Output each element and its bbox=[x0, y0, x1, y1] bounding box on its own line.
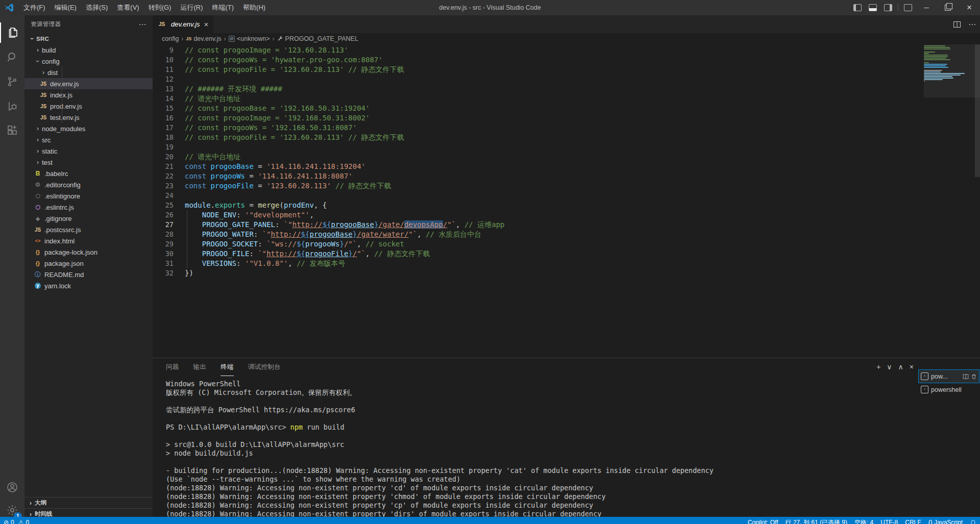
file-readme-md[interactable]: ⓘREADME.md bbox=[24, 269, 153, 280]
new-terminal-icon[interactable]: + bbox=[876, 363, 880, 371]
source-control-icon[interactable] bbox=[0, 71, 24, 92]
menu-文件F[interactable]: 文件(F) bbox=[19, 0, 50, 15]
tree-item-label: config bbox=[42, 58, 60, 65]
file-index-js[interactable]: JSindex.js bbox=[24, 89, 153, 101]
terminal-line: > src@1.0.0 build D:\LI\allAPP\alarmApp\… bbox=[166, 440, 909, 449]
status-copilot[interactable]: Copilot: Off bbox=[744, 519, 782, 524]
folder-src[interactable]: ›src bbox=[24, 134, 153, 145]
powershell-icon: › bbox=[921, 386, 928, 393]
problems-status[interactable]: ⊘0 ⚠0 bbox=[0, 519, 33, 524]
toggle-secondary-sidebar-icon[interactable] bbox=[880, 0, 896, 15]
terminal-output[interactable]: Windows PowerShell版权所有 (C) Microsoft Cor… bbox=[166, 380, 909, 517]
chevron-icon: › bbox=[34, 159, 42, 166]
customize-layout-icon[interactable] bbox=[900, 0, 916, 15]
terminal-instance-powershell[interactable]: ›powershell bbox=[919, 383, 979, 396]
code-line-30: 30 PROGOO_FILE: `"http://${progooFile}/"… bbox=[153, 249, 980, 259]
notifications-bell-icon[interactable] bbox=[970, 519, 976, 524]
status-utf-8[interactable]: UTF-8 bbox=[877, 519, 901, 524]
status-bar: ⊘0 ⚠0 Copilot: Off行 27, 列 61 (已选择 9)空格: … bbox=[0, 517, 980, 524]
status-{}[interactable]: {} JavaScript bbox=[925, 519, 966, 524]
menu-运行R[interactable]: 运行(R) bbox=[176, 0, 207, 15]
line-number: 19 bbox=[153, 142, 174, 152]
breadcrumb-progoo_gate_panel[interactable]: PROGOO_GATE_PANEL bbox=[277, 35, 358, 42]
folder-test[interactable]: ›test bbox=[24, 157, 153, 168]
terminal-line bbox=[166, 432, 909, 440]
editor-tab-bar: JS dev.env.js × ⋯ bbox=[153, 15, 980, 33]
tab-close-icon[interactable]: × bbox=[204, 20, 209, 29]
close-panel-icon[interactable]: × bbox=[910, 363, 914, 371]
eslint-gray-file-icon: ⬡ bbox=[34, 192, 42, 200]
restore-button[interactable] bbox=[937, 0, 959, 15]
status-crlf[interactable]: CRLF bbox=[901, 519, 924, 524]
explorer-icon[interactable] bbox=[0, 22, 26, 43]
tree-item-label: node_modules bbox=[42, 125, 85, 133]
close-button[interactable]: × bbox=[959, 0, 980, 15]
menu-帮助H[interactable]: 帮助(H) bbox=[238, 0, 270, 15]
split-terminal-icon[interactable] bbox=[963, 373, 969, 380]
toggle-sidebar-icon[interactable] bbox=[850, 0, 865, 15]
panel-actions: +∨∧× bbox=[876, 358, 914, 376]
terminal-line bbox=[166, 414, 909, 423]
tree-item-label: README.md bbox=[44, 271, 84, 279]
folder-src[interactable]: ›SRC bbox=[24, 33, 153, 44]
file--eslintrc-js[interactable]: ⬡.eslintrc.js bbox=[24, 202, 153, 213]
file-yarn-lock[interactable]: yyarn.lock bbox=[24, 280, 153, 291]
tree-item-label: .eslintrc.js bbox=[44, 204, 74, 211]
menu-查看V[interactable]: 查看(V) bbox=[112, 0, 143, 15]
status-空格[interactable]: 空格: 4 bbox=[851, 518, 877, 524]
breadcrumb-config[interactable]: config bbox=[162, 35, 179, 42]
file-package-lock-json[interactable]: {}package-lock.json bbox=[24, 246, 153, 258]
terminal-dropdown-icon[interactable]: ∨ bbox=[887, 363, 892, 371]
terminal-instance-pow[interactable]: ›pow... bbox=[919, 370, 979, 383]
menu-编辑E[interactable]: 编辑(E) bbox=[50, 0, 81, 15]
maximize-panel-icon[interactable]: ∧ bbox=[898, 363, 903, 371]
chevron-icon: › bbox=[39, 69, 47, 76]
editor-scrollbar[interactable] bbox=[975, 44, 980, 177]
split-editor-icon[interactable] bbox=[953, 20, 961, 29]
panel-tab-输出[interactable]: 输出 bbox=[193, 358, 207, 376]
file--editorconfig[interactable]: ⚙.editorconfig bbox=[24, 179, 153, 190]
breadcrumb-unknown[interactable]: @<unknown> bbox=[229, 35, 270, 42]
js-file-icon: JS bbox=[39, 102, 47, 110]
panel-tab-问题[interactable]: 问题 bbox=[166, 358, 179, 376]
search-icon[interactable] bbox=[0, 47, 24, 67]
status-行[interactable]: 行 27, 列 61 (已选择 9) bbox=[782, 518, 851, 524]
minimize-button[interactable]: ─ bbox=[916, 0, 937, 15]
toggle-panel-icon[interactable] bbox=[865, 0, 880, 15]
file--postcssrc-js[interactable]: JS.postcssrc.js bbox=[24, 224, 153, 235]
menu-终端T[interactable]: 终端(T) bbox=[207, 0, 238, 15]
line-number: 10 bbox=[153, 55, 174, 65]
code-editor[interactable]: 9// const progooImage = '123.60.28.113'1… bbox=[153, 44, 980, 358]
terminal-line: 尝试新的跨平台 PowerShell https://aka.ms/pscore… bbox=[166, 406, 909, 414]
folder-config[interactable]: ›config bbox=[24, 56, 153, 67]
chevron-icon: › bbox=[34, 136, 42, 143]
panel-tab-调试控制台[interactable]: 调试控制台 bbox=[248, 358, 281, 376]
file--eslintignore[interactable]: ⬡.eslintignore bbox=[24, 190, 153, 202]
file-package-json[interactable]: {}package.json bbox=[24, 258, 153, 269]
extensions-icon[interactable] bbox=[0, 120, 24, 141]
panel-tab-terminal-active[interactable]: 终端 bbox=[220, 358, 234, 376]
run-debug-icon[interactable] bbox=[0, 96, 24, 116]
file-index-html[interactable]: <>index.html bbox=[24, 235, 153, 246]
indent-guide bbox=[187, 210, 187, 268]
editor-more-actions-icon[interactable]: ⋯ bbox=[968, 20, 976, 29]
code-line-21: 21const progooBase = '114.116.241.118:19… bbox=[153, 162, 980, 171]
folder-build[interactable]: ›build bbox=[24, 44, 153, 56]
folder-static[interactable]: ›static bbox=[24, 145, 153, 157]
explorer-more-actions-icon[interactable]: ⋯ bbox=[139, 20, 146, 29]
tab-dev-env-js[interactable]: JS dev.env.js × bbox=[153, 15, 213, 33]
folder-dist[interactable]: ›dist bbox=[24, 67, 153, 78]
menu-选择S[interactable]: 选择(S) bbox=[81, 0, 112, 15]
kill-terminal-icon[interactable] bbox=[971, 373, 977, 380]
file-dev-env-js[interactable]: JSdev.env.js bbox=[24, 78, 153, 89]
file--gitignore[interactable]: ◆.gitignore bbox=[24, 213, 153, 224]
file--babelrc[interactable]: B.babelrc bbox=[24, 168, 153, 179]
minimap[interactable] bbox=[924, 45, 973, 82]
menu-转到G[interactable]: 转到(G) bbox=[144, 0, 176, 15]
file-prod-env-js[interactable]: JSprod.env.js bbox=[24, 101, 153, 112]
folder-node-modules[interactable]: ›node_modules bbox=[24, 123, 153, 134]
file-test-env-js[interactable]: JStest.env.js bbox=[24, 112, 153, 123]
outline-section[interactable]: ›大纲 bbox=[24, 497, 153, 508]
account-icon[interactable] bbox=[0, 477, 24, 497]
breadcrumb-devenvjs[interactable]: JSdev.env.js bbox=[186, 35, 221, 42]
